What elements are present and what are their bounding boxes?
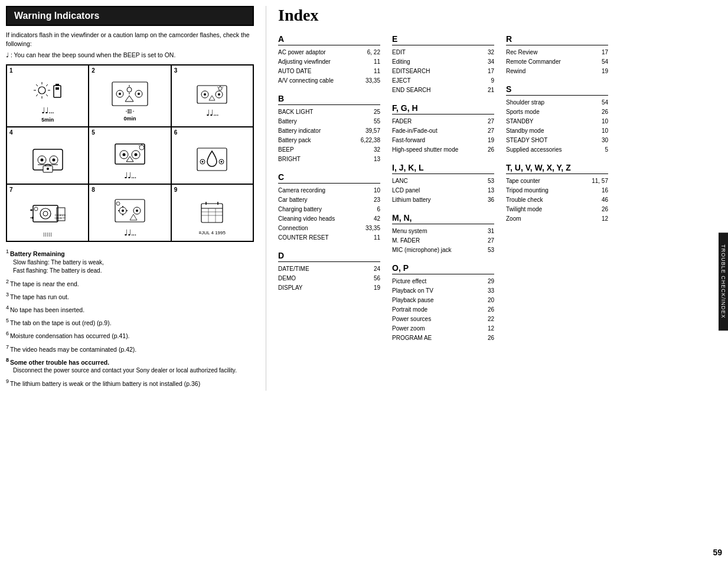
entry-lcd-panel: LCD panel 13 <box>392 186 494 195</box>
svg-point-16 <box>138 93 140 95</box>
letter-r: R <box>506 34 608 45</box>
cell5-icon <box>112 139 148 169</box>
warning-item-4: 4No tape has been inserted. <box>6 304 254 314</box>
entry-program-ae: PROGRAM AE 26 <box>392 333 494 343</box>
index-col-2: E EDIT 32 Editing 34 EDITSEARCH 17 EJEC <box>392 34 494 351</box>
entry-picture-effect: Picture effect 29 <box>392 277 494 286</box>
entry-power-zoom: Power zoom 12 <box>392 324 494 333</box>
diagram-cell-3: 3 <box>171 65 253 127</box>
cell4-icon <box>30 143 66 176</box>
letter-mn: M, N, <box>392 213 494 224</box>
beep-note: ♩ : You can hear the beep sound when the… <box>6 51 254 58</box>
svg-point-41 <box>122 153 125 156</box>
svg-point-43 <box>134 153 137 156</box>
svg-rect-39 <box>115 144 145 164</box>
warning-item-9: 9The lithium battery is weak or the lith… <box>6 378 254 388</box>
index-col-1: A AC power adaptor 6, 22 Adjusting viewf… <box>278 34 380 351</box>
svg-line-8 <box>36 94 38 96</box>
letter-b: B <box>278 94 380 105</box>
diagram-cell-2: 2 <box>89 65 171 127</box>
index-grid: A AC power adaptor 6, 22 Adjusting viewf… <box>278 34 722 351</box>
svg-point-55 <box>40 208 51 219</box>
section-ijkl: I, J, K, L LANC 53 LCD panel 13 Lithium … <box>392 163 494 205</box>
letter-d: D <box>278 251 380 262</box>
diagram-cell-9: 9 ≡JUL 4 1995 <box>171 184 253 241</box>
battery-diagram-icon <box>30 77 66 104</box>
section-e: E EDIT 32 Editing 34 EDITSEARCH 17 EJEC <box>392 34 494 95</box>
entry-ac-power: AC power adaptor 6, 22 <box>278 48 380 57</box>
svg-rect-10 <box>56 84 59 86</box>
entry-connection: Connection 33,35 <box>278 224 380 233</box>
warning-item-2: 2The tape is near the end. <box>6 278 254 288</box>
svg-rect-76 <box>201 204 223 222</box>
diagram-cell-5: 5 <box>89 127 171 184</box>
warning-intro: If indicators flash in the viewfinder or… <box>6 31 254 48</box>
svg-point-14 <box>119 93 121 95</box>
entry-editsearch: EDITSEARCH 17 <box>392 67 494 76</box>
entry-battery: Battery 55 <box>278 117 380 126</box>
letter-tuvwxyz: T, U, V, W, X, Y, Z <box>506 163 608 174</box>
svg-point-25 <box>218 93 220 96</box>
svg-point-57 <box>34 207 38 211</box>
svg-text:CASSETTE: CASSETTE <box>54 217 66 220</box>
svg-point-17 <box>127 87 132 92</box>
entry-back-light: BACK LIGHT 25 <box>278 107 380 117</box>
entry-editing: Editing 34 <box>392 57 494 67</box>
entry-adjusting-viewfinder: Adjusting viewfinder 11 <box>278 57 380 67</box>
section-mn: M, N, Menu system 31 M. FADER 27 MIC (mi… <box>392 213 494 255</box>
entry-playback-tv: Playback on TV 33 <box>392 286 494 296</box>
entry-av-cable: A/V connecting cable 33,35 <box>278 76 380 86</box>
svg-point-67 <box>122 210 124 212</box>
warning-item-5: 5The tab on the tape is out (red) (p.9). <box>6 317 254 327</box>
entry-demo: DEMO 56 <box>278 274 380 283</box>
warning-diagram: 1 <box>6 64 254 242</box>
page-number: 59 <box>713 548 722 557</box>
diagram-cell-4: 4 <box>6 127 89 184</box>
svg-line-7 <box>46 84 48 86</box>
letter-fgh: F, G, H <box>392 103 494 114</box>
index-col-3: R Rec Review 17 Remote Commander 54 Rewi… <box>506 34 608 351</box>
entry-fader: FADER 27 <box>392 117 494 126</box>
letter-s: S <box>506 84 608 96</box>
warning-title: Warning Indicators <box>6 6 254 26</box>
section-a: A AC power adaptor 6, 22 Adjusting viewf… <box>278 34 380 86</box>
entry-supplied-accessories: Supplied accessories 5 <box>506 145 608 155</box>
entry-sports-mode: Sports mode 26 <box>506 107 608 117</box>
entry-counter-reset: COUNTER RESET 11 <box>278 233 380 243</box>
svg-point-56 <box>43 211 48 216</box>
section-fgh: F, G, H FADER 27 Fade-in/Fade-out 27 Fas… <box>392 103 494 155</box>
section-r: R Rec Review 17 Remote Commander 54 Rewi… <box>506 34 608 76</box>
warning-items-list: 1Battery Remaining Slow flashing: The ba… <box>6 248 254 388</box>
entry-standby: STANDBY 10 <box>506 117 608 126</box>
entry-playback-pause: Playback pause 20 <box>392 296 494 305</box>
cell3-icon <box>194 83 230 106</box>
entry-auto-date: AUTO DATE 11 <box>278 67 380 76</box>
entry-portrait-mode: Portrait mode 26 <box>392 305 494 315</box>
entry-rec-review: Rec Review 17 <box>506 48 608 57</box>
tape-diagram <box>109 79 151 109</box>
entry-menu-system: Menu system 31 <box>392 227 494 236</box>
svg-point-0 <box>38 87 45 94</box>
svg-line-29 <box>223 87 224 88</box>
entry-battery-pack: Battery pack 6,22,38 <box>278 136 380 145</box>
section-b: B BACK LIGHT 25 Battery 55 Battery indic… <box>278 94 380 164</box>
entry-trouble-check: Trouble check 46 <box>506 195 608 205</box>
entry-car-battery: Car battery 23 <box>278 195 380 205</box>
entry-beep: BEEP 32 <box>278 145 380 155</box>
svg-point-35 <box>52 159 55 162</box>
warning-item-8: 8Some other trouble has occurred. Discon… <box>6 356 254 375</box>
entry-high-speed: High-speed shutter mode 26 <box>392 145 494 155</box>
warning-item-1: 1Battery Remaining Slow flashing: The ba… <box>6 248 254 274</box>
svg-marker-27 <box>209 96 215 100</box>
svg-point-73 <box>136 210 138 212</box>
svg-marker-60 <box>30 209 32 211</box>
warning-item-3: 3The tape has run out. <box>6 291 254 301</box>
entry-camera-recording: Camera recording 10 <box>278 186 380 195</box>
section-s: S Shoulder strap 54 Sports mode 26 STAND… <box>506 84 608 155</box>
diagram-cell-1: 1 <box>6 65 89 127</box>
section-op: O, P Picture effect 29 Playback on TV 33… <box>392 263 494 343</box>
entry-battery-indicator: Battery indicator 39,57 <box>278 126 380 136</box>
entry-fade-in-out: Fade-in/Fade-out 27 <box>392 126 494 136</box>
svg-point-51 <box>202 161 204 162</box>
cell7-icon: CLEANING CASSETTE <box>30 197 66 230</box>
